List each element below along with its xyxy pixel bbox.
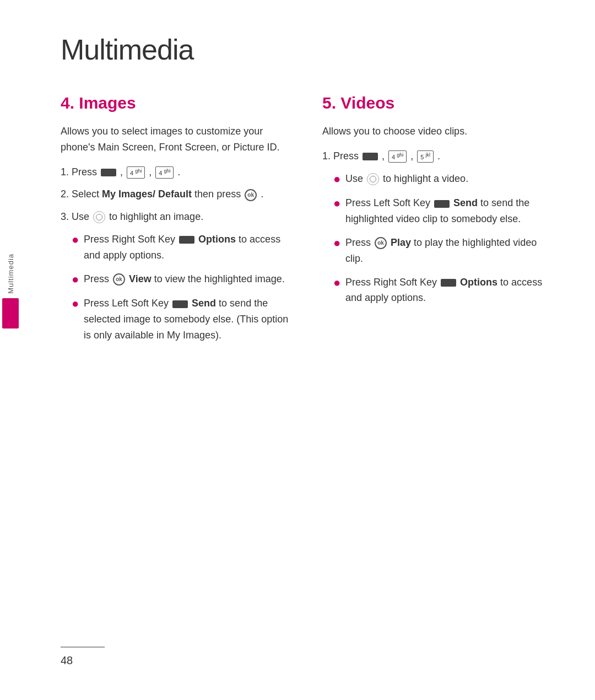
images-bullets: ● Press Right Soft Key Options to access… <box>72 231 289 343</box>
images-step2: 2. Select My Images/ Default then press … <box>61 186 289 202</box>
footer-line <box>61 647 105 648</box>
left-soft-key-1 <box>172 300 188 308</box>
videos-bullets: ● Use to highlight a video. ● Press Left… <box>333 171 551 306</box>
videos-intro: Allows you to choose video clips. <box>322 123 551 139</box>
my-images-label: My Images/ Default <box>102 189 192 200</box>
ok-icon-step2: ok <box>245 189 257 201</box>
left-soft-key-videos <box>434 200 450 208</box>
images-bullet-3: ● Press Left Soft Key Send to send the s… <box>72 295 289 343</box>
ok-icon-view: ok <box>113 273 125 286</box>
key-5jkl: 5 jkl <box>417 150 434 163</box>
right-soft-key-1 <box>179 236 194 244</box>
menu-key-videos <box>363 153 378 160</box>
content-columns: 4. Images Allows you to select images to… <box>61 94 551 351</box>
side-tab: Multimedia <box>0 254 21 342</box>
images-section: 4. Images Allows you to select images to… <box>61 94 289 351</box>
images-intro: Allows you to select images to customize… <box>61 123 289 155</box>
videos-heading: 5. Videos <box>322 94 551 112</box>
images-step3: 3. Use to highlight an image. <box>61 209 289 225</box>
videos-section: 5. Videos Allows you to choose video cli… <box>322 94 551 351</box>
videos-bullet-1: ● Use to highlight a video. <box>333 171 551 188</box>
key-4ghi-1: 4 ghi <box>127 166 145 179</box>
page-footer: 48 <box>61 647 551 667</box>
ok-icon-play: ok <box>375 237 387 249</box>
nav-icon-images <box>93 211 105 223</box>
page-title: Multimedia <box>61 33 551 66</box>
key-4ghi-videos: 4 ghi <box>388 150 407 163</box>
menu-key <box>101 169 116 176</box>
key-4ghi-2: 4 ghi <box>155 166 174 179</box>
videos-step1: 1. Press , 4 ghi , 5 jkl . <box>322 148 551 164</box>
page-container: Multimedia Multimedia 4. Images Allows y… <box>0 0 595 700</box>
videos-bullet-3: ● Press ok Play to play the highlighted … <box>333 235 551 267</box>
images-bullet-1: ● Press Right Soft Key Options to access… <box>72 231 289 263</box>
right-soft-key-videos <box>441 279 456 287</box>
videos-bullet-4: ● Press Right Soft Key Options to access… <box>333 274 551 306</box>
page-number: 48 <box>61 654 73 666</box>
images-heading: 4. Images <box>61 94 289 112</box>
images-bullet-2: ● Press ok View to view the highlighted … <box>72 271 289 288</box>
side-tab-bar <box>2 298 19 329</box>
side-tab-text: Multimedia <box>7 254 15 294</box>
videos-bullet-2: ● Press Left Soft Key Send to send the h… <box>333 195 551 227</box>
nav-icon-videos <box>367 173 379 185</box>
images-step1: 1. Press , 4 ghi , 4 ghi . <box>61 164 289 180</box>
